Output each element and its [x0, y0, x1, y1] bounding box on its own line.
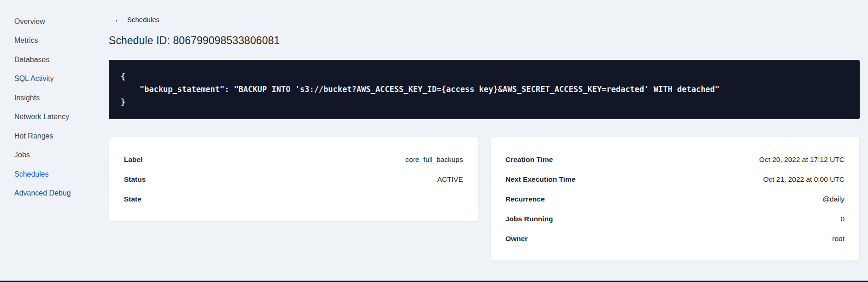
sidebar-nav: Overview Metrics Databases SQL Activity … [0, 0, 90, 282]
details-row-value: Oct 21, 2022 at 0:00 UTC [763, 175, 845, 184]
details-row-label: Jobs Running [505, 215, 553, 223]
details-row-value: Oct 20, 2022 at 17:12 UTC [759, 155, 845, 164]
sidebar-item[interactable]: Schedules [14, 165, 90, 184]
back-link-label: Schedules [127, 16, 159, 23]
details-row-label: Next Execution Time [505, 175, 575, 184]
summary-row: Status ACTIVE [124, 169, 463, 189]
summary-row: Label core_full_backups [124, 150, 463, 169]
schedule-details-card: Creation Time Oct 20, 2022 at 17:12 UTC … [490, 137, 860, 261]
back-to-schedules-link[interactable]: ← Schedules [114, 16, 159, 23]
details-row-label: Owner [505, 235, 528, 243]
schedule-summary-card: Label core_full_backups Status ACTIVE St… [109, 137, 478, 221]
sidebar-item[interactable]: SQL Activity [14, 69, 90, 89]
sidebar-item[interactable]: Advanced Debug [14, 184, 90, 203]
summary-row-label: State [124, 195, 141, 203]
summary-row-label: Label [124, 155, 142, 164]
page-title: Schedule ID: 806799098533806081 [109, 35, 860, 47]
sidebar-item-label: Advanced Debug [14, 189, 71, 197]
backup-statement-code-text: { "backup_statement": "BACKUP INTO 's3:/… [121, 70, 848, 109]
detail-cards-row: Label core_full_backups Status ACTIVE St… [109, 137, 860, 261]
sidebar-item[interactable]: Network Latency [14, 108, 90, 127]
details-row: Recurrence @daily [505, 189, 845, 209]
summary-row-value: core_full_backups [405, 155, 463, 164]
details-row: Jobs Running 0 [505, 209, 845, 229]
sidebar-item-label: Metrics [14, 36, 38, 45]
sidebar-item[interactable]: Overview [14, 12, 90, 31]
details-row-label: Creation Time [505, 155, 553, 164]
sidebar-item-label: Overview [14, 17, 45, 26]
main-content: ← Schedules Schedule ID: 806799098533806… [90, 0, 868, 282]
summary-row: State [124, 189, 463, 209]
summary-row-value: ACTIVE [437, 175, 463, 184]
sidebar-item[interactable]: Insights [14, 88, 90, 108]
details-row: Next Execution Time Oct 21, 2022 at 0:00… [505, 169, 845, 189]
details-row-value: @daily [822, 195, 845, 203]
details-row: Owner root [505, 229, 845, 248]
back-arrow-icon: ← [114, 16, 122, 23]
details-row-value: root [832, 235, 845, 243]
sidebar-item[interactable]: Jobs [14, 146, 90, 165]
backup-statement-code-block: { "backup_statement": "BACKUP INTO 's3:/… [109, 60, 860, 119]
sidebar-item-label: Hot Ranges [14, 132, 53, 140]
summary-row-label: Status [124, 175, 146, 184]
sidebar-item-label: Network Latency [14, 113, 69, 121]
sidebar-item[interactable]: Hot Ranges [14, 127, 90, 146]
sidebar-item-list: Overview Metrics Databases SQL Activity … [14, 12, 90, 203]
sidebar-item-label: Insights [14, 94, 40, 102]
details-row-label: Recurrence [505, 195, 545, 203]
sidebar-item-label: SQL Activity [14, 75, 54, 83]
sidebar-item-label: Jobs [14, 151, 30, 159]
sidebar-item-label: Schedules [14, 170, 49, 178]
details-row-value: 0 [840, 215, 845, 223]
sidebar-item-label: Databases [14, 56, 50, 64]
sidebar-item[interactable]: Metrics [14, 31, 90, 51]
sidebar-item[interactable]: Databases [14, 50, 90, 69]
details-row: Creation Time Oct 20, 2022 at 17:12 UTC [505, 150, 845, 169]
